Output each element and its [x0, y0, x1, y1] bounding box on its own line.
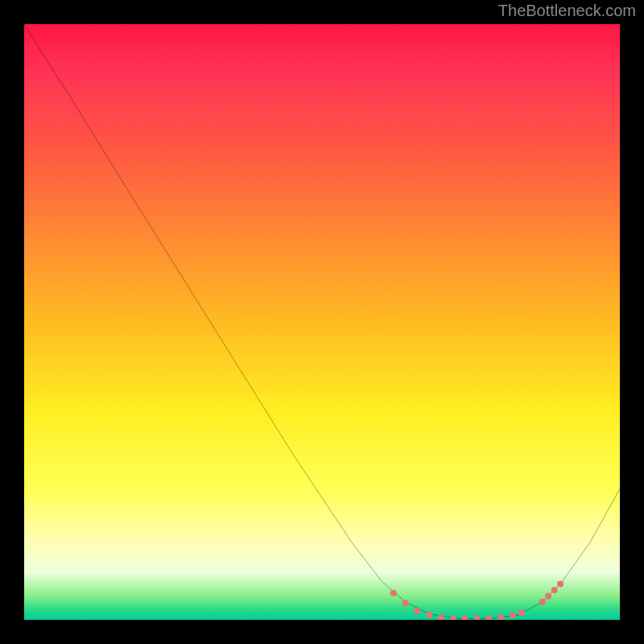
marker-dot [551, 587, 558, 593]
marker-dot [450, 616, 456, 620]
marker-dot [473, 616, 480, 620]
marker-dot [518, 609, 525, 616]
marker-dot [557, 581, 564, 588]
marker-dot [390, 590, 397, 597]
marker-dot [485, 616, 492, 620]
chart-plot-area [24, 24, 620, 620]
markers-group [390, 581, 564, 620]
marker-dot [414, 608, 420, 614]
marker-dot [539, 599, 546, 605]
marker-dot [510, 612, 516, 618]
marker-dot [402, 600, 409, 606]
marker-dot [438, 614, 444, 620]
marker-dot [426, 612, 432, 618]
attribution-text: TheBottleneck.com [498, 2, 636, 20]
marker-dot [545, 592, 551, 599]
marker-dot [462, 616, 469, 620]
marker-dot [497, 614, 504, 620]
chart-marker-layer [24, 24, 620, 620]
